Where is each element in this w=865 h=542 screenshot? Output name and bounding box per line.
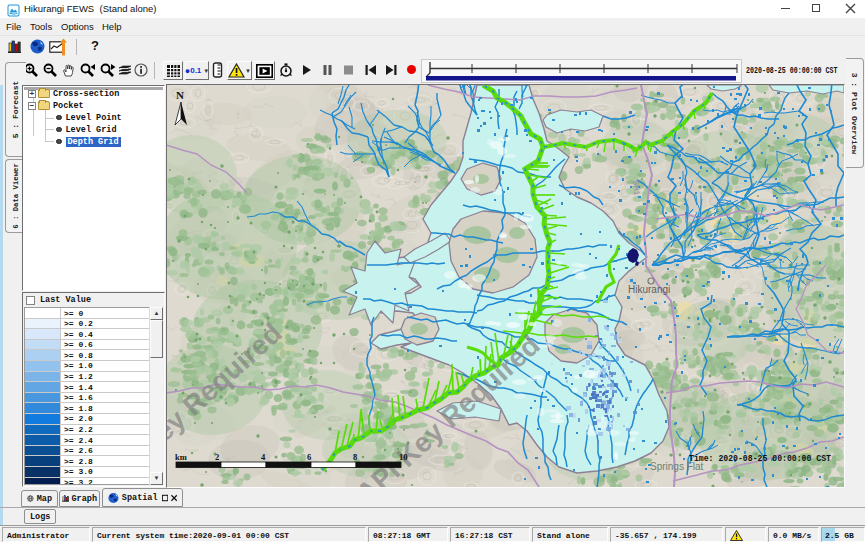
svg-text:2: 2 [215,452,219,462]
svg-text:6: 6 [307,452,311,462]
svg-text:8: 8 [353,452,357,462]
svg-text:Time: 2020-08-25 00:00:00 CST: Time: 2020-08-25 00:00:00 CST [689,454,832,464]
svg-text:10: 10 [399,452,408,462]
svg-text:N: N [176,89,184,101]
svg-text:km: km [175,452,187,462]
svg-text:Hikurangi: Hikurangi [628,284,670,295]
svg-text:SH1: SH1 [631,179,641,196]
